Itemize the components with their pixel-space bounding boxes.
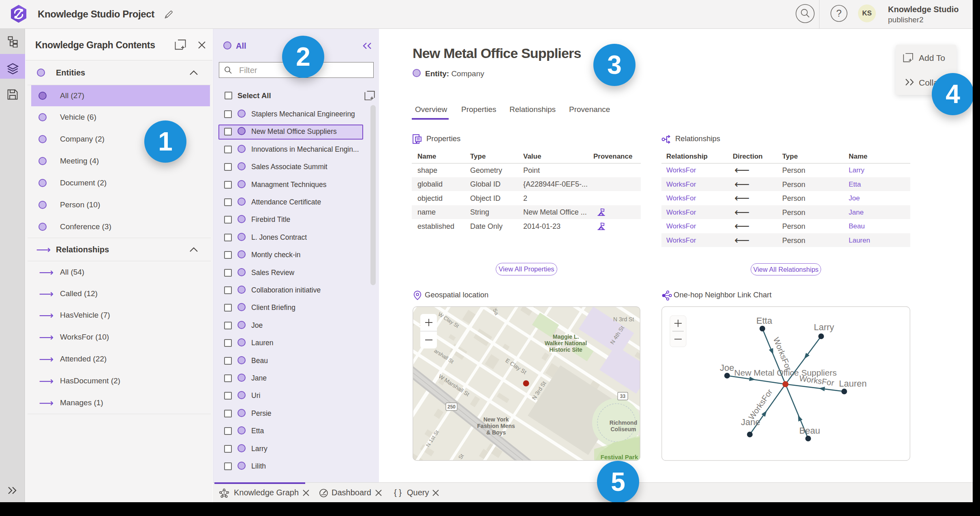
svg-text:Etta: Etta	[756, 316, 772, 326]
svg-text:Walker National: Walker National	[545, 340, 587, 346]
svg-text:Joe: Joe	[720, 363, 734, 373]
svg-text:Festival Park: Festival Park	[601, 454, 638, 460]
svg-text:Larry: Larry	[814, 322, 834, 332]
svg-text:?: ?	[836, 8, 841, 19]
svg-text:33: 33	[620, 393, 626, 399]
svg-text:Maggie L.: Maggie L.	[553, 333, 579, 340]
svg-text:Coliseum: Coliseum	[610, 426, 636, 432]
svg-text:N 3rd St: N 3rd St	[613, 316, 634, 322]
svg-text:Beau: Beau	[799, 426, 820, 436]
svg-text:Lauren: Lauren	[839, 378, 867, 389]
svg-text:New York: New York	[484, 416, 509, 423]
svg-text:Fashion Mens: Fashion Mens	[477, 423, 515, 429]
svg-text:Richmond: Richmond	[610, 419, 637, 426]
svg-text:250: 250	[447, 404, 456, 410]
svg-text:Historic Site: Historic Site	[549, 346, 582, 353]
svg-text:& Boys: & Boys	[486, 429, 506, 436]
